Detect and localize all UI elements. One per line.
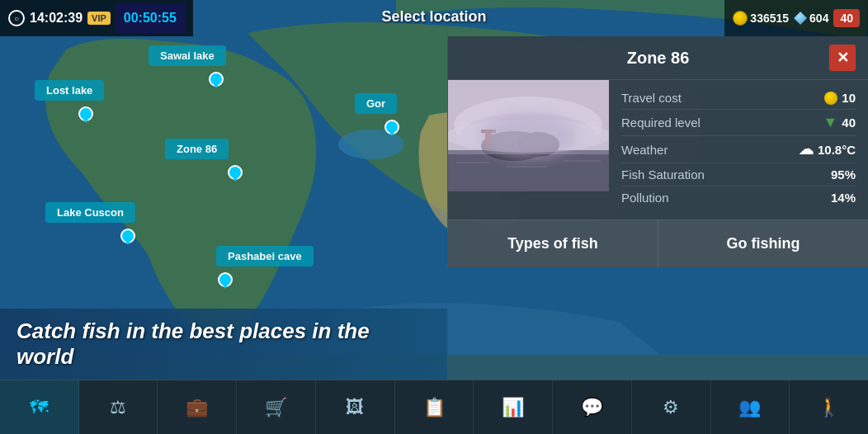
svg-point-9 <box>518 132 559 157</box>
gallery-icon: 🖼 <box>342 394 368 421</box>
svg-point-8 <box>481 131 547 161</box>
promo-text: Catch fish in the best places in the wor… <box>17 318 431 370</box>
location-label[interactable]: Lake Cuscon <box>45 202 135 223</box>
coin-amount: 336515 <box>750 12 789 25</box>
nav-item-social[interactable]: 👥 <box>711 380 790 434</box>
promo-banner: Catch fish in the best places in the wor… <box>0 309 447 380</box>
pollution-row: Pollution 14% <box>621 186 856 209</box>
types-of-fish-button[interactable]: Types of fish <box>448 220 658 267</box>
svg-point-13 <box>448 120 609 153</box>
timer-display: 00:50:55 <box>116 3 185 33</box>
nav-item-inventory[interactable]: 💼 <box>158 380 237 434</box>
location-label[interactable]: Lost lake <box>35 80 104 101</box>
zone-panel-header: Zone 86 ✕ <box>448 36 868 80</box>
pollution-label: Pollution <box>621 191 669 205</box>
fish-saturation-value: 95% <box>831 167 856 182</box>
nav-item-shop[interactable]: 🛒 <box>237 380 316 434</box>
cost-coin-icon <box>824 92 837 105</box>
bottom-navigation: 🗺⚖💼🛒🖼📋📊💬⚙👥🚶 <box>0 380 868 434</box>
nav-item-chat[interactable]: 💬 <box>553 380 632 434</box>
travel-cost-label: Travel cost <box>621 91 682 105</box>
chat-icon: 💬 <box>579 394 606 421</box>
location-pin <box>219 272 231 289</box>
zone-panel: Zone 86 ✕ <box>447 36 868 267</box>
current-time: 14:02:39 <box>30 11 83 26</box>
weather-row: Weather ☁ 10.8°C <box>621 136 856 163</box>
required-level-label: Required level <box>621 116 701 130</box>
level-arrow-icon: ▼ <box>823 114 837 131</box>
coin-icon <box>733 11 748 26</box>
nav-item-balance[interactable]: ⚖ <box>79 380 158 434</box>
clock-icon: ○ <box>8 10 25 26</box>
weather-value: ☁ 10.8°C <box>799 140 856 158</box>
location-pin <box>80 106 92 123</box>
fish-saturation-label: Fish Saturation <box>621 167 705 182</box>
required-level-row: Required level ▼ 40 <box>621 110 856 136</box>
nav-item-map[interactable]: 🗺 <box>0 380 79 434</box>
currency-display: 336515 604 40 <box>724 0 868 36</box>
nav-item-gallery[interactable]: 🖼 <box>316 380 395 434</box>
inventory-icon: 💼 <box>184 394 210 421</box>
location-pin <box>229 165 241 182</box>
top-bar: ○ 14:02:39 VIP 00:50:55 Select location … <box>0 0 868 36</box>
zone-info: Travel cost 10 Required level ▼ 40 Weath… <box>609 80 868 215</box>
tasks-icon: 📋 <box>421 394 447 421</box>
location-label[interactable]: Pashabei cave <box>216 246 314 267</box>
svg-rect-11 <box>481 130 496 133</box>
pollution-value: 14% <box>831 191 856 205</box>
travel-cost-value: 10 <box>824 91 856 105</box>
svg-rect-10 <box>485 131 492 146</box>
location-pin <box>386 120 398 136</box>
travel-cost-row: Travel cost 10 <box>621 87 856 110</box>
weather-label: Weather <box>621 143 668 157</box>
time-display: ○ 14:02:39 VIP 00:50:55 <box>0 0 193 36</box>
stats-icon: 📊 <box>500 394 526 421</box>
go-fishing-button[interactable]: Go fishing <box>658 220 868 267</box>
fish-saturation-row: Fish Saturation 95% <box>621 163 856 186</box>
settings-icon: ⚙ <box>658 394 684 421</box>
zone-title: Zone 86 <box>487 49 829 68</box>
nav-item-exit[interactable]: 🚶 <box>790 380 868 434</box>
balance-icon: ⚖ <box>105 394 131 421</box>
zone-close-button[interactable]: ✕ <box>829 45 856 71</box>
zone-content: Travel cost 10 Required level ▼ 40 Weath… <box>448 80 868 215</box>
zone-image <box>448 80 609 191</box>
level-badge: 40 <box>833 9 860 27</box>
social-icon: 👥 <box>737 394 763 421</box>
map-icon: 🗺 <box>26 394 52 421</box>
vip-badge: VIP <box>87 12 111 25</box>
location-pin <box>210 72 222 88</box>
weather-icon: ☁ <box>799 140 814 158</box>
zone-actions: Types of fish Go fishing <box>448 219 868 267</box>
coins-display: 336515 <box>733 11 789 26</box>
shop-icon: 🛒 <box>263 394 290 421</box>
nav-item-tasks[interactable]: 📋 <box>395 380 474 434</box>
location-label[interactable]: Gor <box>355 93 397 114</box>
nav-item-stats[interactable]: 📊 <box>474 380 553 434</box>
select-location-label: Select location <box>365 0 502 34</box>
nav-item-settings[interactable]: ⚙ <box>632 380 711 434</box>
required-level-value: ▼ 40 <box>823 114 856 131</box>
zone-scene-svg <box>448 80 609 191</box>
exit-icon: 🚶 <box>816 394 842 421</box>
gem-icon <box>794 12 807 25</box>
location-label[interactable]: Sawai lake <box>149 45 226 66</box>
gems-display: 604 <box>794 12 828 25</box>
location-pin <box>122 229 134 245</box>
gem-amount: 604 <box>809 12 828 25</box>
location-label[interactable]: Zone 86 <box>165 139 229 159</box>
